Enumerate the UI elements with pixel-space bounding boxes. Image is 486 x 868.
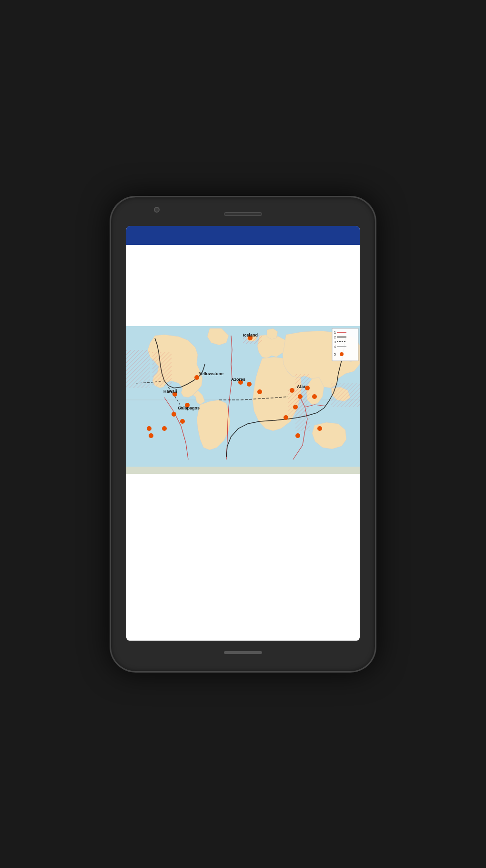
svg-text:3: 3 — [334, 340, 336, 344]
svg-point-19 — [247, 382, 252, 387]
svg-point-23 — [293, 405, 298, 409]
white-bottom-area — [126, 474, 360, 641]
svg-point-26 — [305, 386, 310, 390]
svg-point-16 — [147, 426, 152, 431]
svg-point-14 — [180, 419, 185, 424]
svg-text:5: 5 — [334, 353, 336, 356]
svg-text:Afar: Afar — [297, 384, 306, 389]
svg-text:Iceland: Iceland — [243, 333, 258, 337]
home-indicator[interactable] — [224, 651, 262, 654]
svg-point-25 — [317, 426, 322, 431]
svg-text:Galapagos: Galapagos — [178, 406, 200, 410]
phone-bottom-bar — [111, 641, 375, 664]
screen: Yellowstone Hawaii Galapagos Iceland Azo… — [126, 226, 360, 641]
svg-point-22 — [298, 394, 303, 399]
svg-text:4: 4 — [334, 345, 336, 348]
svg-point-46 — [340, 352, 344, 356]
svg-rect-4 — [126, 350, 150, 388]
svg-text:Hawaii: Hawaii — [163, 389, 177, 394]
speaker — [224, 212, 262, 216]
white-top-area — [126, 245, 360, 326]
svg-point-24 — [284, 415, 288, 420]
svg-text:Yellowstone: Yellowstone — [199, 371, 223, 376]
svg-rect-36 — [332, 328, 358, 361]
svg-point-20 — [257, 389, 262, 394]
svg-rect-3 — [152, 352, 172, 386]
svg-rect-2 — [126, 467, 360, 474]
svg-point-21 — [290, 388, 294, 393]
svg-point-28 — [295, 433, 300, 438]
svg-point-13 — [172, 412, 176, 417]
svg-text:Azores: Azores — [231, 377, 245, 382]
phone-top-bar — [111, 197, 375, 226]
svg-text:2: 2 — [334, 336, 336, 339]
svg-point-15 — [162, 426, 167, 431]
map-area[interactable]: Yellowstone Hawaii Galapagos Iceland Azo… — [126, 326, 360, 474]
svg-point-27 — [312, 394, 317, 399]
svg-point-29 — [149, 433, 153, 438]
camera-icon — [154, 207, 160, 213]
svg-rect-8 — [331, 383, 360, 407]
phone-frame: Yellowstone Hawaii Galapagos Iceland Azo… — [110, 196, 376, 673]
app-bar — [126, 226, 360, 245]
svg-text:1: 1 — [334, 331, 336, 334]
